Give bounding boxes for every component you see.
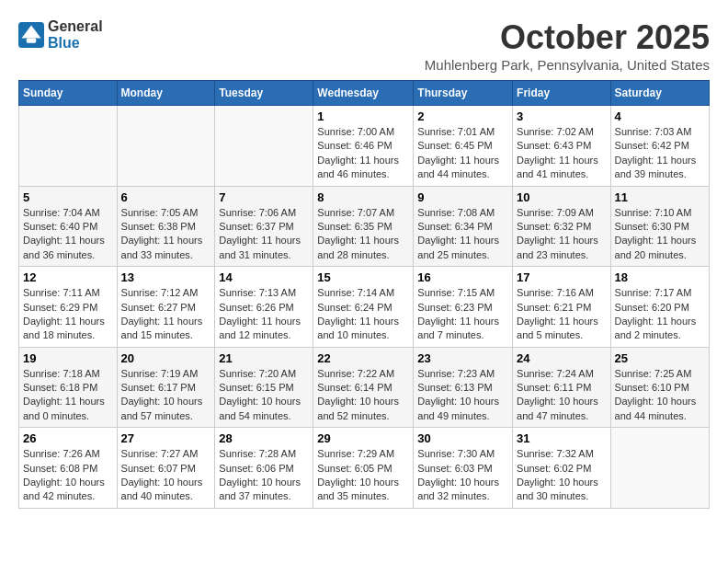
header: General Blue October 2025 Muhlenberg Par… xyxy=(18,18,710,73)
header-friday: Friday xyxy=(513,81,611,106)
day-number: 17 xyxy=(517,270,607,284)
calendar-cell: 3Sunrise: 7:02 AMSunset: 6:43 PMDaylight… xyxy=(513,106,611,187)
day-detail: Sunrise: 7:03 AMSunset: 6:42 PMDaylight:… xyxy=(615,125,705,182)
day-number: 20 xyxy=(121,351,211,365)
day-number: 28 xyxy=(219,431,309,445)
calendar-cell: 6Sunrise: 7:05 AMSunset: 6:38 PMDaylight… xyxy=(117,186,215,267)
day-number: 24 xyxy=(517,351,607,365)
header-monday: Monday xyxy=(117,81,215,106)
day-detail: Sunrise: 7:09 AMSunset: 6:32 PMDaylight:… xyxy=(517,206,607,263)
calendar-cell: 20Sunrise: 7:19 AMSunset: 6:17 PMDayligh… xyxy=(117,347,215,428)
logo-text-general: General xyxy=(48,18,103,34)
day-detail: Sunrise: 7:01 AMSunset: 6:45 PMDaylight:… xyxy=(417,125,508,182)
day-detail: Sunrise: 7:27 AMSunset: 6:07 PMDaylight:… xyxy=(121,447,211,504)
calendar-header-row: SundayMondayTuesdayWednesdayThursdayFrid… xyxy=(19,81,710,106)
day-detail: Sunrise: 7:08 AMSunset: 6:34 PMDaylight:… xyxy=(417,206,508,263)
day-detail: Sunrise: 7:28 AMSunset: 6:06 PMDaylight:… xyxy=(219,447,309,504)
day-detail: Sunrise: 7:14 AMSunset: 6:24 PMDaylight:… xyxy=(317,286,409,343)
calendar-cell xyxy=(117,106,215,187)
day-detail: Sunrise: 7:04 AMSunset: 6:40 PMDaylight:… xyxy=(23,206,113,263)
calendar-cell: 14Sunrise: 7:13 AMSunset: 6:26 PMDayligh… xyxy=(215,267,313,348)
day-number: 30 xyxy=(417,431,508,445)
calendar-week-3: 12Sunrise: 7:11 AMSunset: 6:29 PMDayligh… xyxy=(19,267,710,348)
day-number: 4 xyxy=(615,109,705,123)
calendar-cell: 25Sunrise: 7:25 AMSunset: 6:10 PMDayligh… xyxy=(610,347,709,428)
day-number: 9 xyxy=(417,190,508,204)
svg-rect-2 xyxy=(27,39,37,43)
calendar-cell: 31Sunrise: 7:32 AMSunset: 6:02 PMDayligh… xyxy=(513,428,611,509)
calendar-cell: 29Sunrise: 7:29 AMSunset: 6:05 PMDayligh… xyxy=(313,428,414,509)
calendar-cell: 17Sunrise: 7:16 AMSunset: 6:21 PMDayligh… xyxy=(513,267,611,348)
calendar-cell: 8Sunrise: 7:07 AMSunset: 6:35 PMDaylight… xyxy=(313,186,414,267)
calendar-cell: 15Sunrise: 7:14 AMSunset: 6:24 PMDayligh… xyxy=(313,267,414,348)
day-number: 15 xyxy=(317,270,409,284)
calendar-week-1: 1Sunrise: 7:00 AMSunset: 6:46 PMDaylight… xyxy=(19,106,710,187)
day-number: 5 xyxy=(23,190,113,204)
day-number: 14 xyxy=(219,270,309,284)
day-number: 19 xyxy=(23,351,113,365)
header-tuesday: Tuesday xyxy=(215,81,313,106)
day-number: 12 xyxy=(23,270,113,284)
day-detail: Sunrise: 7:19 AMSunset: 6:17 PMDaylight:… xyxy=(121,367,211,424)
calendar-cell xyxy=(19,106,118,187)
day-detail: Sunrise: 7:07 AMSunset: 6:35 PMDaylight:… xyxy=(317,206,409,263)
day-detail: Sunrise: 7:24 AMSunset: 6:11 PMDaylight:… xyxy=(517,367,607,424)
calendar-week-4: 19Sunrise: 7:18 AMSunset: 6:18 PMDayligh… xyxy=(19,347,710,428)
day-detail: Sunrise: 7:13 AMSunset: 6:26 PMDaylight:… xyxy=(219,286,309,343)
day-number: 10 xyxy=(517,190,607,204)
day-number: 7 xyxy=(219,190,309,204)
title-block: October 2025 Muhlenberg Park, Pennsylvan… xyxy=(425,18,710,73)
logo-icon xyxy=(18,22,44,48)
calendar-cell: 30Sunrise: 7:30 AMSunset: 6:03 PMDayligh… xyxy=(414,428,513,509)
calendar-cell: 4Sunrise: 7:03 AMSunset: 6:42 PMDaylight… xyxy=(610,106,709,187)
header-thursday: Thursday xyxy=(414,81,513,106)
calendar-cell: 13Sunrise: 7:12 AMSunset: 6:27 PMDayligh… xyxy=(117,267,215,348)
header-saturday: Saturday xyxy=(610,81,709,106)
day-detail: Sunrise: 7:10 AMSunset: 6:30 PMDaylight:… xyxy=(615,206,705,263)
day-detail: Sunrise: 7:20 AMSunset: 6:15 PMDaylight:… xyxy=(219,367,309,424)
day-number: 1 xyxy=(317,109,409,123)
day-number: 6 xyxy=(121,190,211,204)
day-detail: Sunrise: 7:06 AMSunset: 6:37 PMDaylight:… xyxy=(219,206,309,263)
day-detail: Sunrise: 7:05 AMSunset: 6:38 PMDaylight:… xyxy=(121,206,211,263)
header-wednesday: Wednesday xyxy=(313,81,414,106)
day-number: 2 xyxy=(417,109,508,123)
calendar-cell: 26Sunrise: 7:26 AMSunset: 6:08 PMDayligh… xyxy=(19,428,118,509)
day-number: 11 xyxy=(615,190,705,204)
day-number: 18 xyxy=(615,270,705,284)
logo: General Blue xyxy=(18,18,103,52)
day-detail: Sunrise: 7:02 AMSunset: 6:43 PMDaylight:… xyxy=(517,125,607,182)
day-detail: Sunrise: 7:22 AMSunset: 6:14 PMDaylight:… xyxy=(317,367,409,424)
day-detail: Sunrise: 7:11 AMSunset: 6:29 PMDaylight:… xyxy=(23,286,113,343)
calendar-cell: 19Sunrise: 7:18 AMSunset: 6:18 PMDayligh… xyxy=(19,347,118,428)
day-number: 13 xyxy=(121,270,211,284)
calendar-cell: 9Sunrise: 7:08 AMSunset: 6:34 PMDaylight… xyxy=(414,186,513,267)
day-detail: Sunrise: 7:23 AMSunset: 6:13 PMDaylight:… xyxy=(417,367,508,424)
calendar-cell: 2Sunrise: 7:01 AMSunset: 6:45 PMDaylight… xyxy=(414,106,513,187)
calendar-cell: 7Sunrise: 7:06 AMSunset: 6:37 PMDaylight… xyxy=(215,186,313,267)
calendar-cell: 24Sunrise: 7:24 AMSunset: 6:11 PMDayligh… xyxy=(513,347,611,428)
calendar-cell: 18Sunrise: 7:17 AMSunset: 6:20 PMDayligh… xyxy=(610,267,709,348)
day-number: 25 xyxy=(615,351,705,365)
day-detail: Sunrise: 7:32 AMSunset: 6:02 PMDaylight:… xyxy=(517,447,607,504)
day-detail: Sunrise: 7:12 AMSunset: 6:27 PMDaylight:… xyxy=(121,286,211,343)
day-detail: Sunrise: 7:00 AMSunset: 6:46 PMDaylight:… xyxy=(317,125,409,182)
subtitle: Muhlenberg Park, Pennsylvania, United St… xyxy=(425,57,710,73)
calendar-cell: 27Sunrise: 7:27 AMSunset: 6:07 PMDayligh… xyxy=(117,428,215,509)
day-detail: Sunrise: 7:17 AMSunset: 6:20 PMDaylight:… xyxy=(615,286,705,343)
calendar-cell xyxy=(610,428,709,509)
day-detail: Sunrise: 7:18 AMSunset: 6:18 PMDaylight:… xyxy=(23,367,113,424)
day-detail: Sunrise: 7:15 AMSunset: 6:23 PMDaylight:… xyxy=(417,286,508,343)
day-detail: Sunrise: 7:30 AMSunset: 6:03 PMDaylight:… xyxy=(417,447,508,504)
day-detail: Sunrise: 7:29 AMSunset: 6:05 PMDaylight:… xyxy=(317,447,409,504)
calendar-cell: 5Sunrise: 7:04 AMSunset: 6:40 PMDaylight… xyxy=(19,186,118,267)
calendar-cell: 22Sunrise: 7:22 AMSunset: 6:14 PMDayligh… xyxy=(313,347,414,428)
day-number: 29 xyxy=(317,431,409,445)
day-number: 21 xyxy=(219,351,309,365)
day-detail: Sunrise: 7:26 AMSunset: 6:08 PMDaylight:… xyxy=(23,447,113,504)
calendar-cell: 23Sunrise: 7:23 AMSunset: 6:13 PMDayligh… xyxy=(414,347,513,428)
calendar-week-2: 5Sunrise: 7:04 AMSunset: 6:40 PMDaylight… xyxy=(19,186,710,267)
day-number: 23 xyxy=(417,351,508,365)
calendar-cell: 16Sunrise: 7:15 AMSunset: 6:23 PMDayligh… xyxy=(414,267,513,348)
calendar-cell: 11Sunrise: 7:10 AMSunset: 6:30 PMDayligh… xyxy=(610,186,709,267)
